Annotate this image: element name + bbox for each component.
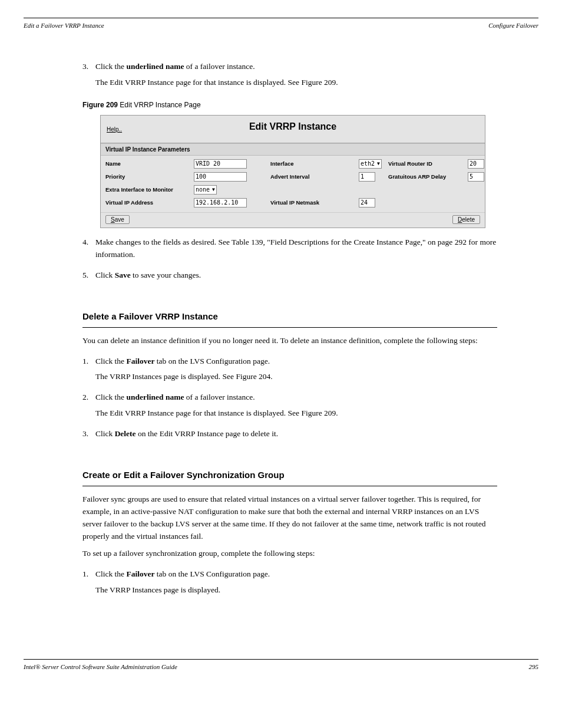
chevron-down-icon: ▼ <box>212 187 215 192</box>
label-advert: Advert Interval <box>270 173 359 180</box>
input-advert[interactable] <box>359 172 375 182</box>
section-bar: Virtual IP Instance Parameters <box>101 143 485 156</box>
step-number: 3. <box>82 428 95 440</box>
page-header: Edit a Failover VRRP Instance Configure … <box>24 22 538 29</box>
help-link[interactable]: Help.. <box>107 126 122 133</box>
figure-title: Edit VRRP Instance Page <box>120 101 200 109</box>
label-priority: Priority <box>105 173 194 180</box>
label-vip: Virtual IP Address <box>105 199 194 206</box>
step-number: 1. <box>82 568 95 581</box>
step-number: 1. <box>82 355 95 368</box>
input-netmask[interactable] <box>359 198 375 207</box>
sync-step-1-sub: The VRRP Instances page is displayed. <box>95 584 497 597</box>
step-3-sub: The Edit VRRP Instance page for that ins… <box>95 77 497 89</box>
delete-step-2: 2. Click the underlined name of a failov… <box>82 391 497 404</box>
step-text: Click Save to save your changes. <box>95 269 497 282</box>
label-name: Name <box>105 160 194 167</box>
figure-caption: Figure 209 Edit VRRP Instance Page <box>82 101 497 109</box>
section-rule <box>82 486 497 486</box>
figure-screenshot: Help.. Edit VRRP Instance Virtual IP Ins… <box>100 115 485 228</box>
figure-label: Figure 209 <box>82 101 120 109</box>
input-vip[interactable] <box>194 198 247 207</box>
footer-rule <box>24 659 538 660</box>
input-vrid[interactable] <box>468 159 484 169</box>
step-text: Click the Failover tab on the LVS Config… <box>95 355 497 368</box>
form-grid: Name Interface eth2▼ Virtual Router ID <box>101 156 485 212</box>
step-number: 3. <box>82 61 95 73</box>
form-row-3: Extra Interface to Monitor none▼ <box>105 185 480 195</box>
label-arp: Gratuitous ARP Delay <box>388 173 468 180</box>
save-button[interactable]: Save <box>105 215 130 224</box>
sync-para: Failover sync groups are used to ensure … <box>82 493 497 543</box>
input-priority[interactable] <box>194 172 247 182</box>
form-row-4: Virtual IP Address Virtual IP Netmask <box>105 198 480 207</box>
label-extra: Extra Interface to Monitor <box>105 186 194 193</box>
sync-step-1: 1. Click the Failover tab on the LVS Con… <box>82 568 497 581</box>
select-interface[interactable]: eth2▼ <box>359 159 382 169</box>
section-rule <box>82 327 497 328</box>
page-footer: Intel® Server Control Software Suite Adm… <box>24 663 538 670</box>
footer-right: 295 <box>529 663 539 670</box>
header-right: Configure Failover <box>488 22 538 29</box>
delete-step-1: 1. Click the Failover tab on the LVS Con… <box>82 355 497 368</box>
delete-intro: You can delete an instance definition if… <box>82 335 497 347</box>
select-extra[interactable]: none▼ <box>194 185 217 195</box>
section-delete-title: Delete a Failover VRRP Instance <box>82 311 497 321</box>
step-3: 3. Click the underlined name of a failov… <box>82 61 497 73</box>
section-sync-title: Create or Edit a Failover Synchronizatio… <box>82 470 497 480</box>
step-text: Click the Failover tab on the LVS Config… <box>95 568 497 581</box>
form-row-1: Name Interface eth2▼ Virtual Router ID <box>105 159 480 169</box>
panel-title: Edit VRRP Instance <box>107 121 479 132</box>
vrrp-panel: Help.. Edit VRRP Instance Virtual IP Ins… <box>100 115 485 228</box>
label-interface: Interface <box>270 160 359 167</box>
panel-header: Help.. Edit VRRP Instance <box>101 116 485 143</box>
delete-step-2-sub: The Edit VRRP Instance page for that ins… <box>95 407 497 420</box>
input-arp[interactable] <box>468 172 484 182</box>
input-name[interactable] <box>194 159 247 169</box>
chevron-down-icon: ▼ <box>377 161 380 166</box>
footer-left: Intel® Server Control Software Suite Adm… <box>24 663 177 670</box>
step-number: 2. <box>82 391 95 404</box>
step-5: 5. Click Save to save your changes. <box>82 269 497 282</box>
step-4: 4. Make changes to the fields as desired… <box>82 236 497 261</box>
step-text: Make changes to the fields as desired. S… <box>95 236 497 261</box>
delete-step-3: 3. Click Delete on the Edit VRRP Instanc… <box>82 428 497 440</box>
step-number: 4. <box>82 236 95 261</box>
step-text: Click Delete on the Edit VRRP Instance p… <box>95 428 497 440</box>
label-vrid: Virtual Router ID <box>388 160 468 167</box>
step-text: Click the underlined name of a failover … <box>95 61 497 73</box>
step-text: Click the underlined name of a failover … <box>95 391 497 404</box>
delete-step-1-sub: The VRRP Instances page is displayed. Se… <box>95 371 497 383</box>
sync-para2: To set up a failover synchronization gro… <box>82 548 497 560</box>
header-rule <box>24 18 538 18</box>
buttons-row: Save Delete <box>101 212 485 228</box>
form-row-2: Priority Advert Interval Gratuitous ARP … <box>105 172 480 182</box>
label-netmask: Virtual IP Netmask <box>270 199 359 206</box>
step-number: 5. <box>82 269 95 282</box>
delete-button[interactable]: Delete <box>452 215 480 224</box>
header-left: Edit a Failover VRRP Instance <box>24 22 104 29</box>
